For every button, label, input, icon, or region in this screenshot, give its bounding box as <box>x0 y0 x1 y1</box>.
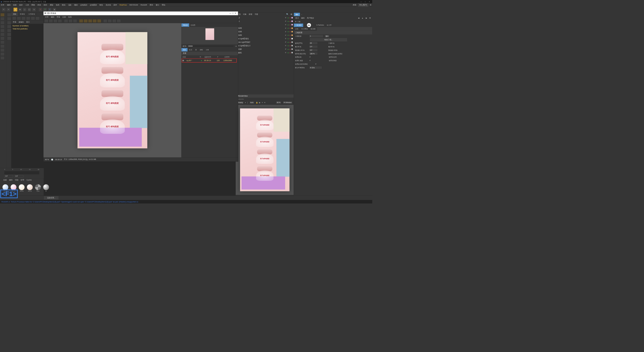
subtab-reference[interactable]: 参考 <box>294 27 300 30</box>
timeline[interactable]: 05101520 <box>0 168 44 178</box>
axis-world[interactable]: ⊕ <box>52 8 56 12</box>
pv-menu-view[interactable]: 查看 <box>57 16 60 18</box>
pv-save-icon[interactable] <box>44 19 48 23</box>
camera-icon[interactable] <box>1 33 5 36</box>
menu-20[interactable]: Redshift <box>141 4 147 6</box>
subtab-todo[interactable]: 待办事项 <box>300 27 309 30</box>
recent-tool[interactable]: ⊙ <box>32 8 36 12</box>
undo-button[interactable]: ↶ <box>2 8 6 12</box>
material-ball[interactable]: RS M <box>18 184 25 192</box>
pv-tab-info[interactable]: 信息 <box>188 48 194 51</box>
pv-filter-icon[interactable] <box>103 19 107 23</box>
pv-tab-navigator[interactable]: 导航器 <box>181 23 189 27</box>
pv-ab-icon[interactable] <box>108 19 112 23</box>
menu-14[interactable]: 运动图形 <box>90 4 97 6</box>
texture-mode-icon[interactable] <box>7 17 11 21</box>
primitive-cube-icon[interactable] <box>1 13 5 17</box>
y-axis-lock[interactable]: Y <box>43 8 47 12</box>
workplane-icon[interactable] <box>7 37 11 40</box>
pv-min-button[interactable]: — <box>229 12 231 14</box>
deformer-icon[interactable] <box>1 25 5 28</box>
rsv-lock-icon[interactable]: 🔒 <box>256 102 258 104</box>
object-row[interactable]: ▸目标●● <box>236 47 294 51</box>
obj-menu-tags[interactable]: 标签 <box>249 13 252 16</box>
scene-icon[interactable] <box>1 40 5 44</box>
vp-menu-camera[interactable]: 摄像机 <box>19 21 24 23</box>
rsv-snow-icon[interactable]: ❄ <box>264 102 265 104</box>
mat-menu-cycles[interactable]: Cycles <box>26 179 32 182</box>
object-row[interactable]: ▸a Light区域光.3●● <box>236 44 294 48</box>
tab-project-settings[interactable]: 工程设置 <box>294 23 303 27</box>
object-row[interactable]: ▸.2●● <box>236 16 294 20</box>
inp-pmin[interactable] <box>309 49 318 52</box>
btn-scale-project[interactable]: 缩放工程... <box>310 38 347 42</box>
pv-tab-filter[interactable]: 滤镜 <box>198 48 204 51</box>
attr-fwd-icon[interactable]: ▶ <box>366 17 367 19</box>
attr-layer-tab[interactable]: ▫ <box>300 13 303 16</box>
mograph-icon[interactable] <box>1 45 5 48</box>
menu-icon[interactable]: ☰ <box>370 4 371 6</box>
redo-button[interactable]: ↷ <box>6 8 10 12</box>
tab-cube-field[interactable]: 立方体域 <box>27 13 37 16</box>
menu-10[interactable]: 模拟 <box>62 4 65 6</box>
inp-fps[interactable] <box>309 42 318 45</box>
field-icon[interactable] <box>1 29 5 32</box>
nav-zoom-reset-icon[interactable]: ⊙ <box>235 45 237 47</box>
object-row[interactable]: ▸.1●● <box>236 19 294 23</box>
menu-19[interactable]: INSYDIUM <box>129 4 138 6</box>
object-row[interactable]: ▸象机●● <box>236 51 294 54</box>
pv-menu-anim[interactable]: 动画 <box>68 16 72 18</box>
menu-8[interactable]: 捕捉 <box>50 4 53 6</box>
inp-scale[interactable] <box>309 35 324 38</box>
maximize-button[interactable]: □ <box>363 1 367 3</box>
subtool-5[interactable] <box>31 17 35 20</box>
timeline-out[interactable] <box>15 175 23 178</box>
mat-menu-create[interactable]: 创建 <box>3 179 7 182</box>
menu-11[interactable]: 渲染 <box>68 4 72 6</box>
obj-filter-icon[interactable]: ▤ <box>291 13 292 15</box>
redshift-tool-icon[interactable] <box>1 56 5 60</box>
rsv-grid-icon[interactable]: ▦ <box>259 102 260 104</box>
mat-menu-func[interactable]: 功能 <box>15 179 18 182</box>
pv-play-icon[interactable] <box>117 19 121 23</box>
scale-tool[interactable]: ▢ <box>23 8 27 12</box>
pv-single-icon[interactable] <box>73 19 77 23</box>
minimize-button[interactable]: — <box>359 1 363 3</box>
sel-scale-unit[interactable]: 厘米 <box>325 35 330 38</box>
timeline-in[interactable] <box>4 175 13 178</box>
subtab-interp[interactable]: 帧插值 <box>309 27 317 30</box>
pv-tab-histogram[interactable]: 柱状图 <box>189 23 197 27</box>
object-manager-list[interactable]: ▸.2●●▸.1●●▸●●▸实例●●▸实例●●▸实例●●▸a Light区域光●… <box>236 16 294 95</box>
tab-sphere-field[interactable]: 球体域 <box>18 13 27 16</box>
pv-rgb-icon[interactable] <box>64 19 68 23</box>
vp-menu-display[interactable]: 显示 <box>26 21 30 23</box>
pv-layout1-icon[interactable] <box>79 19 83 23</box>
inp-lod[interactable] <box>309 52 318 55</box>
attr-menu-userdata[interactable]: 用户数据 <box>307 17 314 19</box>
generator-icon[interactable] <box>1 21 5 24</box>
obj-menu-object[interactable]: 对象 <box>243 13 247 16</box>
material-ball[interactable]: RS M <box>26 184 33 192</box>
attr-up-icon[interactable]: ▲ <box>362 17 364 19</box>
menu-6[interactable]: 样条 <box>37 4 41 6</box>
chk-useanim[interactable] <box>309 56 311 58</box>
pv-revert-icon[interactable] <box>53 19 57 23</box>
pv-close-button[interactable]: ✕ <box>234 12 237 14</box>
object-row[interactable]: ▸●● <box>236 23 294 26</box>
pv-titlebar[interactable]: 🖼 图片查看器 — □ ✕ <box>44 12 238 15</box>
subtool-3[interactable] <box>22 17 26 20</box>
pv-layout5-icon[interactable] <box>97 19 101 23</box>
live-select-tool[interactable]: ▦ <box>13 8 17 12</box>
nav-zoom-slider[interactable] <box>188 46 234 46</box>
vp-menu-view[interactable]: 查看 <box>13 21 16 23</box>
mat-menu-tex[interactable]: 纹理 <box>21 179 24 182</box>
volume-icon[interactable] <box>1 52 5 56</box>
menu-23[interactable]: 帮助 <box>162 4 165 6</box>
menu-12[interactable]: 雕刻 <box>74 4 78 6</box>
object-row[interactable]: ▸实例●● <box>236 30 294 33</box>
menu-3[interactable]: 选择 <box>19 4 23 6</box>
object-row[interactable]: ▸me Light穹顶灯●● <box>236 40 294 44</box>
render-settings-button[interactable]: 渲染设置... <box>44 196 59 200</box>
object-row[interactable]: ▸实例●● <box>236 33 294 37</box>
attr-panel-tab[interactable]: 属性 <box>294 13 300 16</box>
